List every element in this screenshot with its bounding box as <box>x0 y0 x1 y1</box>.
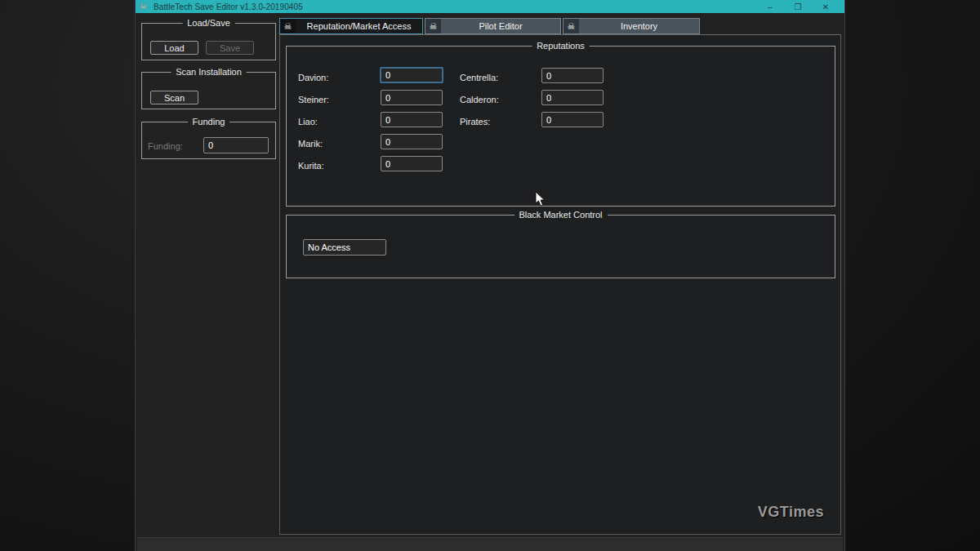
status-bar <box>137 537 843 551</box>
marik-input[interactable] <box>381 134 443 149</box>
pirates-label: Pirates: <box>460 117 490 127</box>
funding-group-title: Funding <box>188 117 230 127</box>
tab-reputation-market-access[interactable]: ☠ Reputation/Market Access <box>279 18 423 34</box>
reputations-group: Reputations Davion: Steiner: Liao: Marik… <box>286 46 835 207</box>
black-market-control-group: Black Market Control No Access <box>286 215 835 278</box>
steiner-label: Steiner: <box>298 95 329 104</box>
scan-installation-group-title: Scan Installation <box>171 67 247 77</box>
maximize-button[interactable]: ❐ <box>784 0 812 13</box>
funding-label: Funding: <box>148 141 183 151</box>
close-button[interactable]: ✕ <box>812 0 840 13</box>
tab-pilot-editor[interactable]: ☠ Pilot Editor <box>425 18 561 34</box>
black-market-group-title: Black Market Control <box>514 210 607 220</box>
steiner-input[interactable] <box>381 90 443 105</box>
funding-input[interactable] <box>203 137 269 153</box>
load-button[interactable]: Load <box>150 41 198 55</box>
black-market-access-dropdown[interactable]: No Access <box>303 239 386 256</box>
tab-inventory[interactable]: ☠ Inventory <box>563 18 700 34</box>
app-skull-icon: ☠ <box>140 2 149 11</box>
tab-label: Pilot Editor <box>441 19 560 33</box>
skull-icon: ☠ <box>425 19 441 33</box>
calderon-label: Calderon: <box>460 95 499 104</box>
davion-input[interactable] <box>380 67 443 83</box>
pirates-input[interactable] <box>541 112 604 127</box>
davion-label: Davion: <box>298 73 328 82</box>
skull-icon: ☠ <box>564 19 579 33</box>
liao-label: Liao: <box>298 117 318 127</box>
app-window: ☠ BattleTech Save Editor v1.3.0-20190405… <box>135 0 845 551</box>
kurita-label: Kurita: <box>298 161 324 171</box>
load-save-group-title: Load/Save <box>182 18 235 28</box>
vgtimes-watermark: VGTimes <box>758 504 824 521</box>
tab-content-panel: Reputations Davion: Steiner: Liao: Marik… <box>279 34 841 535</box>
window-title: BattleTech Save Editor v1.3.0-20190405 <box>154 2 756 11</box>
calderon-input[interactable] <box>541 90 604 105</box>
marik-label: Marik: <box>298 139 323 149</box>
reputations-group-title: Reputations <box>532 41 590 51</box>
skull-icon: ☠ <box>280 19 296 33</box>
centrella-label: Centrella: <box>460 73 498 82</box>
liao-input[interactable] <box>381 112 443 127</box>
save-button[interactable]: Save <box>206 41 254 55</box>
kurita-input[interactable] <box>381 156 443 171</box>
scan-button[interactable]: Scan <box>150 91 198 104</box>
titlebar: ☠ BattleTech Save Editor v1.3.0-20190405… <box>136 0 844 13</box>
tab-label: Reputation/Market Access <box>296 19 422 33</box>
mouse-cursor <box>535 191 546 211</box>
centrella-input[interactable] <box>541 68 604 83</box>
tab-label: Inventory <box>579 19 699 33</box>
minimize-button[interactable]: – <box>756 0 784 13</box>
